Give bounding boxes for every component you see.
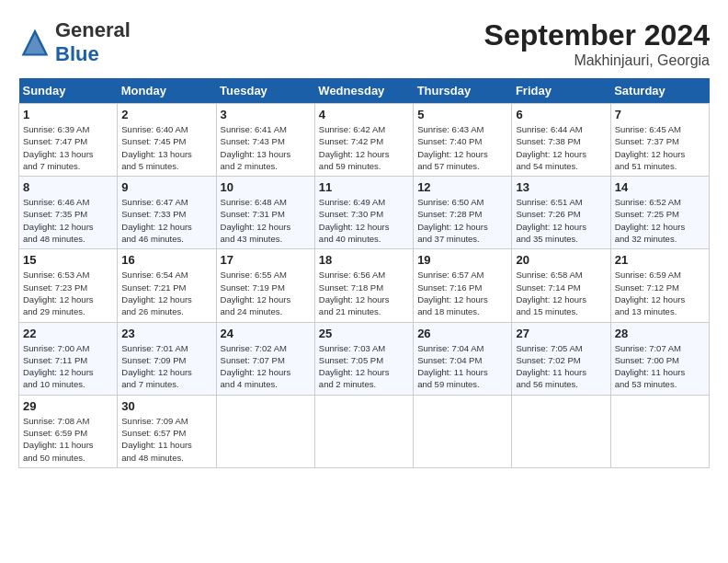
- day-info: Sunrise: 6:56 AM Sunset: 7:18 PM Dayligh…: [319, 269, 409, 317]
- day-number: 5: [417, 108, 507, 121]
- day-number: 22: [23, 327, 113, 340]
- day-number: 30: [121, 399, 211, 413]
- calendar-cell: 20Sunrise: 6:58 AM Sunset: 7:14 PM Dayli…: [512, 249, 610, 322]
- calendar-cell: 21Sunrise: 6:59 AM Sunset: 7:12 PM Dayli…: [610, 249, 709, 322]
- day-number: 9: [121, 180, 211, 194]
- day-info: Sunrise: 7:05 AM Sunset: 7:02 PM Dayligh…: [516, 342, 606, 391]
- day-number: 17: [221, 253, 311, 267]
- weekday-header-friday: Friday: [512, 78, 610, 104]
- day-number: 23: [121, 327, 211, 340]
- day-info: Sunrise: 7:08 AM Sunset: 6:59 PM Dayligh…: [23, 415, 113, 464]
- day-number: 12: [417, 180, 507, 194]
- day-number: 18: [319, 253, 409, 267]
- weekday-header-saturday: Saturday: [610, 78, 709, 104]
- day-info: Sunrise: 6:45 AM Sunset: 7:37 PM Dayligh…: [615, 123, 705, 172]
- calendar-cell: 7Sunrise: 6:45 AM Sunset: 7:37 PM Daylig…: [610, 104, 709, 177]
- weekday-header-row: SundayMondayTuesdayWednesdayThursdayFrid…: [19, 78, 710, 104]
- day-number: 14: [615, 180, 705, 194]
- day-info: Sunrise: 7:04 AM Sunset: 7:04 PM Dayligh…: [417, 342, 507, 391]
- calendar-cell: 22Sunrise: 7:00 AM Sunset: 7:11 PM Dayli…: [19, 322, 118, 395]
- calendar-week-row: 29Sunrise: 7:08 AM Sunset: 6:59 PM Dayli…: [19, 395, 710, 467]
- day-info: Sunrise: 6:57 AM Sunset: 7:16 PM Dayligh…: [417, 269, 507, 317]
- calendar-cell: 11Sunrise: 6:49 AM Sunset: 7:30 PM Dayli…: [314, 177, 413, 249]
- logo: General Blue: [18, 18, 131, 66]
- day-info: Sunrise: 6:52 AM Sunset: 7:25 PM Dayligh…: [615, 196, 705, 245]
- day-number: 28: [615, 327, 705, 340]
- day-info: Sunrise: 6:39 AM Sunset: 7:47 PM Dayligh…: [23, 123, 113, 172]
- calendar-cell: 1Sunrise: 6:39 AM Sunset: 7:47 PM Daylig…: [19, 104, 118, 177]
- calendar-cell: 24Sunrise: 7:02 AM Sunset: 7:07 PM Dayli…: [216, 322, 314, 395]
- day-info: Sunrise: 7:07 AM Sunset: 7:00 PM Dayligh…: [615, 342, 705, 391]
- day-info: Sunrise: 6:53 AM Sunset: 7:23 PM Dayligh…: [23, 269, 113, 317]
- calendar-cell: 16Sunrise: 6:54 AM Sunset: 7:21 PM Dayli…: [118, 249, 216, 322]
- logo-blue: Blue: [55, 42, 99, 65]
- day-info: Sunrise: 7:00 AM Sunset: 7:11 PM Dayligh…: [23, 342, 113, 391]
- location: Makhinjauri, Georgia: [484, 52, 710, 69]
- calendar-cell: 5Sunrise: 6:43 AM Sunset: 7:40 PM Daylig…: [414, 104, 512, 177]
- day-number: 8: [23, 180, 113, 194]
- weekday-header-tuesday: Tuesday: [216, 78, 314, 104]
- calendar-cell: 15Sunrise: 6:53 AM Sunset: 7:23 PM Dayli…: [19, 249, 118, 322]
- calendar-cell: 13Sunrise: 6:51 AM Sunset: 7:26 PM Dayli…: [512, 177, 610, 249]
- day-info: Sunrise: 6:40 AM Sunset: 7:45 PM Dayligh…: [121, 123, 211, 172]
- calendar-cell: 9Sunrise: 6:47 AM Sunset: 7:33 PM Daylig…: [118, 177, 216, 249]
- calendar-cell: 10Sunrise: 6:48 AM Sunset: 7:31 PM Dayli…: [216, 177, 314, 249]
- day-number: 4: [319, 108, 409, 121]
- calendar-week-row: 22Sunrise: 7:00 AM Sunset: 7:11 PM Dayli…: [19, 322, 710, 395]
- calendar-cell: 17Sunrise: 6:55 AM Sunset: 7:19 PM Dayli…: [216, 249, 314, 322]
- calendar-cell: [414, 395, 512, 467]
- calendar-cell: 19Sunrise: 6:57 AM Sunset: 7:16 PM Dayli…: [414, 249, 512, 322]
- day-number: 26: [417, 327, 507, 340]
- calendar-cell: 18Sunrise: 6:56 AM Sunset: 7:18 PM Dayli…: [314, 249, 413, 322]
- page-header: General Blue September 2024 Makhinjauri,…: [18, 18, 710, 69]
- day-number: 15: [23, 253, 113, 267]
- day-number: 20: [516, 253, 606, 267]
- weekday-header-thursday: Thursday: [414, 78, 512, 104]
- logo-general: General: [55, 18, 131, 41]
- day-number: 24: [221, 327, 311, 340]
- calendar-cell: 23Sunrise: 7:01 AM Sunset: 7:09 PM Dayli…: [118, 322, 216, 395]
- day-info: Sunrise: 6:43 AM Sunset: 7:40 PM Dayligh…: [417, 123, 507, 172]
- calendar-cell: [314, 395, 413, 467]
- day-info: Sunrise: 6:42 AM Sunset: 7:42 PM Dayligh…: [319, 123, 409, 172]
- day-info: Sunrise: 6:54 AM Sunset: 7:21 PM Dayligh…: [121, 269, 211, 317]
- calendar-cell: 30Sunrise: 7:09 AM Sunset: 6:57 PM Dayli…: [118, 395, 216, 467]
- calendar-week-row: 8Sunrise: 6:46 AM Sunset: 7:35 PM Daylig…: [19, 177, 710, 249]
- day-info: Sunrise: 7:03 AM Sunset: 7:05 PM Dayligh…: [319, 342, 409, 391]
- calendar-cell: 28Sunrise: 7:07 AM Sunset: 7:00 PM Dayli…: [610, 322, 709, 395]
- calendar-table: SundayMondayTuesdayWednesdayThursdayFrid…: [18, 78, 710, 468]
- calendar-week-row: 15Sunrise: 6:53 AM Sunset: 7:23 PM Dayli…: [19, 249, 710, 322]
- calendar-cell: 8Sunrise: 6:46 AM Sunset: 7:35 PM Daylig…: [19, 177, 118, 249]
- day-info: Sunrise: 6:59 AM Sunset: 7:12 PM Dayligh…: [615, 269, 705, 317]
- day-info: Sunrise: 6:47 AM Sunset: 7:33 PM Dayligh…: [121, 196, 211, 245]
- calendar-cell: [512, 395, 610, 467]
- day-number: 3: [221, 108, 311, 121]
- day-number: 16: [121, 253, 211, 267]
- day-number: 11: [319, 180, 409, 194]
- calendar-cell: 3Sunrise: 6:41 AM Sunset: 7:43 PM Daylig…: [216, 104, 314, 177]
- weekday-header-wednesday: Wednesday: [314, 78, 413, 104]
- calendar-cell: 27Sunrise: 7:05 AM Sunset: 7:02 PM Dayli…: [512, 322, 610, 395]
- weekday-header-sunday: Sunday: [19, 78, 118, 104]
- day-number: 27: [516, 327, 606, 340]
- weekday-header-monday: Monday: [118, 78, 216, 104]
- day-number: 25: [319, 327, 409, 340]
- month-title: September 2024: [484, 18, 710, 52]
- day-info: Sunrise: 6:49 AM Sunset: 7:30 PM Dayligh…: [319, 196, 409, 245]
- day-info: Sunrise: 7:01 AM Sunset: 7:09 PM Dayligh…: [121, 342, 211, 391]
- calendar-cell: 14Sunrise: 6:52 AM Sunset: 7:25 PM Dayli…: [610, 177, 709, 249]
- day-info: Sunrise: 6:41 AM Sunset: 7:43 PM Dayligh…: [221, 123, 311, 172]
- day-number: 6: [516, 108, 606, 121]
- calendar-cell: [610, 395, 709, 467]
- day-number: 29: [23, 399, 113, 413]
- day-number: 19: [417, 253, 507, 267]
- day-info: Sunrise: 6:58 AM Sunset: 7:14 PM Dayligh…: [516, 269, 606, 317]
- day-info: Sunrise: 6:55 AM Sunset: 7:19 PM Dayligh…: [221, 269, 311, 317]
- day-info: Sunrise: 6:44 AM Sunset: 7:38 PM Dayligh…: [516, 123, 606, 172]
- day-number: 10: [221, 180, 311, 194]
- calendar-cell: 12Sunrise: 6:50 AM Sunset: 7:28 PM Dayli…: [414, 177, 512, 249]
- day-number: 2: [121, 108, 211, 121]
- day-info: Sunrise: 6:51 AM Sunset: 7:26 PM Dayligh…: [516, 196, 606, 245]
- calendar-week-row: 1Sunrise: 6:39 AM Sunset: 7:47 PM Daylig…: [19, 104, 710, 177]
- day-number: 7: [615, 108, 705, 121]
